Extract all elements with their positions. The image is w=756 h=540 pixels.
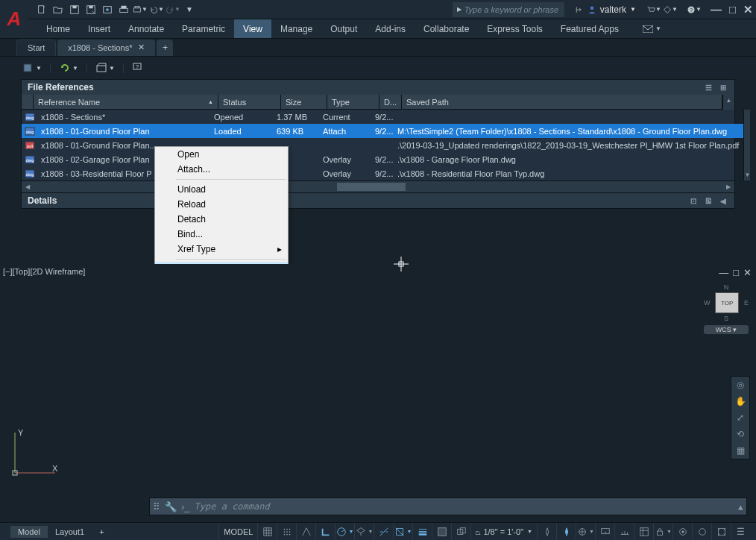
col-header-type[interactable]: Type xyxy=(327,95,379,109)
tab-addins[interactable]: Add-ins xyxy=(366,19,415,38)
cmdline-customize-icon[interactable]: 🔧 xyxy=(165,501,177,512)
layout-tab-model[interactable]: Model xyxy=(10,526,48,538)
search-input[interactable]: Type a keyword or phrase xyxy=(453,2,564,17)
ctx-xreftype[interactable]: Xref Type xyxy=(155,242,288,257)
table-row[interactable]: dwg x1808 - 03-Residential Floor P MB Ov… xyxy=(22,166,743,180)
vp-minimize-icon[interactable]: — xyxy=(719,267,728,278)
nav-wheel-icon[interactable]: ◎ xyxy=(737,380,744,390)
scroll-down-icon[interactable]: ▼ xyxy=(744,169,750,180)
status-osnap-tracking-icon[interactable] xyxy=(374,523,393,540)
layout-tab-layout1[interactable]: Layout1 xyxy=(48,526,92,538)
status-polar-icon[interactable]: ▼ xyxy=(335,523,354,540)
scroll-up-icon[interactable]: ▲ xyxy=(723,95,734,107)
status-annoscale[interactable]: ⏢ 1/8" = 1'-0"▼ xyxy=(470,523,537,540)
ctx-unload[interactable]: Unload xyxy=(155,182,288,197)
xref-attach-button[interactable]: ▼ xyxy=(22,62,42,74)
details-icon1[interactable]: ⊡ xyxy=(688,195,699,206)
cart-icon[interactable]: ▼ xyxy=(646,2,661,17)
status-hardware-icon[interactable] xyxy=(692,523,711,540)
status-customize-icon[interactable]: ☰ xyxy=(731,523,750,540)
qat-undo-icon[interactable]: ▼ xyxy=(149,2,164,17)
status-osnap-icon[interactable]: ▼ xyxy=(393,523,412,540)
doctab-active[interactable]: x1808 - Sections* ✕ xyxy=(57,40,155,56)
cmdline-grip-icon[interactable]: ⠿ xyxy=(153,501,160,512)
viewport-label[interactable]: [−][Top][2D Wireframe] xyxy=(3,267,85,276)
tree-view-icon[interactable]: ⊞ xyxy=(718,82,728,92)
tab-express[interactable]: Express Tools xyxy=(478,19,551,38)
viewcube[interactable]: N W TOP E S WCS ▾ xyxy=(704,283,749,343)
doctab-add-icon[interactable]: + xyxy=(157,40,173,56)
table-row[interactable]: dwg x1808 - Sections* Opened 1.37 MB Cur… xyxy=(22,110,743,124)
status-isolate-icon[interactable] xyxy=(672,523,692,540)
cmdline-input[interactable]: Type a command xyxy=(195,501,270,512)
ctx-open[interactable]: Open xyxy=(155,147,288,162)
tab-collaborate[interactable]: Collaborate xyxy=(415,19,478,38)
vp-maximize-icon[interactable]: □ xyxy=(733,267,739,278)
col-header-size[interactable]: Size xyxy=(281,95,327,109)
status-quickprops-icon[interactable] xyxy=(634,523,653,540)
status-grid-icon[interactable] xyxy=(257,523,277,540)
qat-new-icon[interactable] xyxy=(34,2,49,17)
wcs-label[interactable]: WCS ▾ xyxy=(704,325,749,334)
doctab-start[interactable]: Start xyxy=(16,40,56,56)
xref-refresh-button[interactable]: ▼ xyxy=(59,62,78,74)
status-snap-icon[interactable] xyxy=(277,523,296,540)
ctx-detach[interactable]: Detach xyxy=(155,212,288,227)
doctab-close-icon[interactable]: ✕ xyxy=(138,43,145,52)
tab-view[interactable]: View xyxy=(234,19,271,38)
nav-orbit-icon[interactable]: ⟲ xyxy=(737,429,744,439)
col-header-name[interactable]: Reference Name xyxy=(34,95,218,109)
status-infer-icon[interactable] xyxy=(296,523,315,540)
table-row[interactable]: dwg x1808 - 02-Garage Floor Plan KB Over… xyxy=(22,152,743,166)
tab-insert[interactable]: Insert xyxy=(79,19,119,38)
nav-showmotion-icon[interactable]: ▦ xyxy=(737,445,745,456)
tab-featured[interactable]: Featured Apps xyxy=(552,19,628,38)
tab-home[interactable]: Home xyxy=(37,19,79,38)
cmdline-history-icon[interactable]: ▴ xyxy=(738,501,743,512)
qat-plot-icon[interactable] xyxy=(116,2,131,17)
qat-print-icon[interactable]: ▼ xyxy=(133,2,148,17)
ctx-reload[interactable]: Reload xyxy=(155,197,288,212)
status-lineweight-icon[interactable] xyxy=(412,523,432,540)
ctx-attach[interactable]: Attach... xyxy=(155,162,288,177)
status-cycling-icon[interactable] xyxy=(451,523,470,540)
drawing-viewport[interactable]: [−][Top][2D Wireframe] — □ ✕ N W TOP E S… xyxy=(0,264,756,518)
vp-close-icon[interactable]: ✕ xyxy=(743,267,752,278)
table-row[interactable]: dwg x1808 - 01-Ground Floor Plan Loaded … xyxy=(22,124,743,138)
nav-pan-icon[interactable]: ✋ xyxy=(735,396,746,406)
qat-open-icon[interactable] xyxy=(51,2,66,17)
status-units-icon[interactable] xyxy=(614,523,634,540)
status-lockui-icon[interactable]: ▼ xyxy=(653,523,672,540)
infocenter-mail-icon[interactable]: ▼ xyxy=(643,25,661,33)
status-cleanscreen-icon[interactable] xyxy=(711,523,731,540)
nav-zoom-icon[interactable]: ⤢ xyxy=(737,412,744,423)
qat-more-icon[interactable]: ▼ xyxy=(182,2,197,17)
col-header-status[interactable]: Status xyxy=(218,95,281,109)
status-iso-icon[interactable]: ▼ xyxy=(354,523,374,540)
details-icon2[interactable]: 🖻 xyxy=(703,195,714,206)
user-info[interactable]: valterk ▼ xyxy=(575,4,636,15)
ctx-bind[interactable]: Bind... xyxy=(155,227,288,242)
tab-manage[interactable]: Manage xyxy=(271,19,321,38)
col-header-path[interactable]: Saved Path xyxy=(402,95,722,109)
tab-parametric[interactable]: Parametric xyxy=(173,19,234,38)
list-view-icon[interactable]: ☰ xyxy=(703,82,714,92)
qat-web-icon[interactable] xyxy=(100,2,115,17)
tab-annotate[interactable]: Annotate xyxy=(119,19,173,38)
minimize-icon[interactable]: — xyxy=(711,3,722,16)
qat-saveas-icon[interactable] xyxy=(84,2,98,17)
status-annovis-icon[interactable] xyxy=(537,523,556,540)
status-annoauto-icon[interactable] xyxy=(556,523,576,540)
command-line[interactable]: ⠿ 🔧 ›_ Type a command ▴ xyxy=(149,497,747,515)
details-panel-header[interactable]: Details ⊡ 🖻 ◀ xyxy=(21,193,735,209)
qat-redo-icon[interactable]: ▼ xyxy=(166,2,180,17)
status-model[interactable]: MODEL xyxy=(218,523,257,540)
status-ortho-icon[interactable] xyxy=(315,523,335,540)
scroll-right-icon[interactable]: ▶ xyxy=(722,181,734,192)
xref-help-button[interactable]: ? xyxy=(132,62,144,74)
close-icon[interactable]: ✕ xyxy=(743,3,753,16)
status-transparency-icon[interactable] xyxy=(432,523,451,540)
scrollbar-horizontal[interactable] xyxy=(34,181,722,192)
status-annomonitor-icon[interactable]: + xyxy=(595,523,614,540)
layout-tab-add[interactable]: + xyxy=(92,526,111,538)
